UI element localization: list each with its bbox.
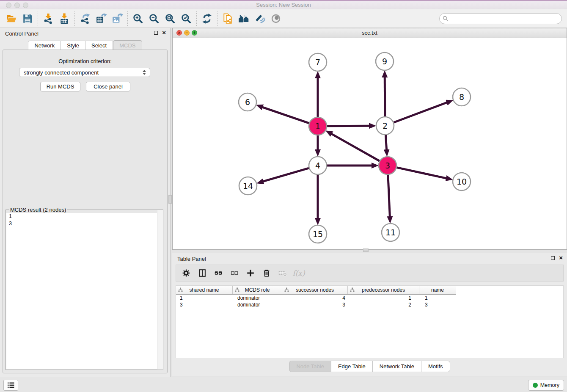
clone-network-button[interactable] — [220, 11, 236, 26]
mcds-result-box: MCDS result (2 nodes) 13 — [6, 210, 163, 370]
result-item[interactable]: 1 — [6, 213, 162, 220]
zoom-fit-button[interactable] — [162, 11, 178, 26]
criterion-select[interactable]: strongly connected component — [19, 68, 150, 77]
column-header-mcds-role[interactable]: MCDS role — [233, 286, 282, 294]
close-panel-icon[interactable]: × — [559, 255, 563, 260]
graph-node-3[interactable]: 3 — [379, 157, 396, 174]
close-panel-button[interactable]: Close panel — [86, 82, 130, 91]
zoom-in-button[interactable] — [130, 11, 146, 26]
import-network-icon — [43, 13, 54, 24]
table-panel-title: Table Panel — [177, 256, 206, 262]
tab-style[interactable]: Style — [61, 41, 85, 50]
tab-mcds[interactable]: MCDS — [113, 40, 142, 50]
show-graphics-details-button[interactable] — [252, 11, 268, 26]
table-cell: 2 — [348, 302, 419, 308]
graph-edge-3-10[interactable] — [396, 168, 446, 178]
add-column-button[interactable] — [244, 266, 257, 280]
tab-node-table[interactable]: Node Table — [289, 361, 331, 372]
table-cell: 3 — [176, 302, 233, 308]
delete-table-button[interactable] — [276, 266, 289, 280]
graph-edge-2-8[interactable] — [394, 102, 447, 122]
select-all-button[interactable] — [212, 266, 225, 280]
import-network-button[interactable] — [40, 11, 56, 26]
zoom-out-icon — [149, 13, 160, 24]
table-settings-button[interactable] — [179, 266, 193, 280]
result-scrollbar[interactable] — [157, 210, 163, 370]
column-header-shared-name[interactable]: shared name — [176, 286, 233, 294]
graph-node-10[interactable]: 10 — [453, 173, 471, 190]
open-session-button[interactable] — [3, 11, 19, 26]
vertical-splitter-handle[interactable] — [168, 195, 172, 204]
graph-edge-2-9[interactable] — [385, 77, 385, 116]
graph-edge-1-2[interactable] — [327, 126, 369, 126]
graph-node-6[interactable]: 6 — [239, 93, 256, 111]
float-panel-icon[interactable] — [154, 31, 158, 35]
export-table-button[interactable] — [93, 11, 109, 26]
hierarchy-icon — [284, 287, 289, 292]
optimization-criterion-label: Optimization criterion: — [3, 58, 167, 64]
unselect-all-button[interactable] — [228, 266, 241, 280]
tab-select[interactable]: Select — [85, 41, 113, 50]
table-row[interactable]: 1dominator411 — [176, 295, 563, 301]
tab-edge-table[interactable]: Edge Table — [331, 361, 372, 372]
save-session-button[interactable] — [19, 11, 36, 26]
graph-node-4[interactable]: 4 — [309, 157, 327, 174]
graph-node-7[interactable]: 7 — [309, 53, 327, 71]
graph-node-1[interactable]: 1 — [309, 117, 327, 135]
svg-text:3: 3 — [385, 161, 390, 170]
graph-node-2[interactable]: 2 — [376, 117, 394, 135]
delete-column-button[interactable] — [260, 266, 273, 280]
column-header-predecessor-nodes[interactable]: predecessor nodes — [348, 286, 419, 294]
table-cell: 1 — [348, 295, 419, 301]
run-mcds-button[interactable]: Run MCDS — [40, 82, 80, 91]
graph-edge-4-14[interactable] — [263, 168, 309, 182]
svg-text:8: 8 — [459, 92, 464, 102]
close-panel-icon[interactable]: × — [162, 30, 166, 35]
mcds-pane: Optimization criterion: strongly connect… — [3, 50, 168, 373]
graph-edge-3-1[interactable] — [331, 134, 380, 161]
graph-edge-3-11[interactable] — [388, 175, 390, 217]
graph-node-14[interactable]: 14 — [239, 177, 257, 195]
zoom-selected-button[interactable] — [178, 11, 194, 26]
graph-node-11[interactable]: 11 — [382, 224, 399, 241]
zoom-out-button[interactable] — [146, 11, 162, 26]
network-graph[interactable]: 7968124314101511 — [173, 38, 567, 249]
svg-text:15: 15 — [313, 229, 323, 239]
table-row[interactable]: 3dominator323 — [176, 301, 563, 308]
tab-network-table[interactable]: Network Table — [372, 361, 421, 372]
export-image-button[interactable] — [109, 11, 125, 26]
hierarchy-icon — [178, 287, 183, 292]
refresh-button[interactable] — [199, 11, 215, 26]
import-table-button[interactable] — [56, 11, 72, 26]
graph-edge-1-6[interactable] — [262, 107, 309, 123]
criterion-value: strongly connected component — [19, 69, 140, 76]
toolbar-separator — [74, 11, 75, 26]
export-table-icon — [96, 13, 107, 24]
column-header-name[interactable]: name — [419, 286, 456, 294]
horizontal-splitter-handle[interactable] — [363, 248, 369, 252]
result-item[interactable]: 3 — [6, 220, 162, 227]
table-toolbar: f(x) — [176, 265, 564, 282]
delete-table-icon — [278, 268, 287, 278]
home-networks-button[interactable] — [236, 11, 252, 26]
search-input[interactable] — [448, 16, 561, 22]
eye-button[interactable] — [268, 11, 284, 26]
column-header-successor-nodes[interactable]: successor nodes — [282, 286, 348, 294]
tab-motifs[interactable]: Motifs — [421, 361, 450, 372]
hierarchy-icon — [235, 287, 239, 292]
graph-node-9[interactable]: 9 — [376, 52, 394, 70]
float-panel-icon[interactable] — [551, 256, 555, 260]
task-history-button[interactable] — [3, 380, 18, 391]
graph-edge-2-3[interactable] — [385, 135, 386, 150]
graph-node-15[interactable]: 15 — [309, 225, 327, 243]
save-floppy-icon — [22, 13, 33, 24]
graphics-details-icon — [254, 13, 265, 24]
memory-button[interactable]: Memory — [528, 380, 564, 391]
open-folder-icon — [6, 13, 17, 24]
function-builder-button[interactable]: f(x) — [292, 266, 306, 280]
graph-node-8[interactable]: 8 — [453, 88, 471, 106]
column-layout-button[interactable] — [195, 266, 209, 280]
mcds-result-list[interactable]: 13 — [6, 213, 162, 369]
tab-network[interactable]: Network — [28, 41, 61, 50]
export-network-button[interactable] — [77, 11, 93, 26]
